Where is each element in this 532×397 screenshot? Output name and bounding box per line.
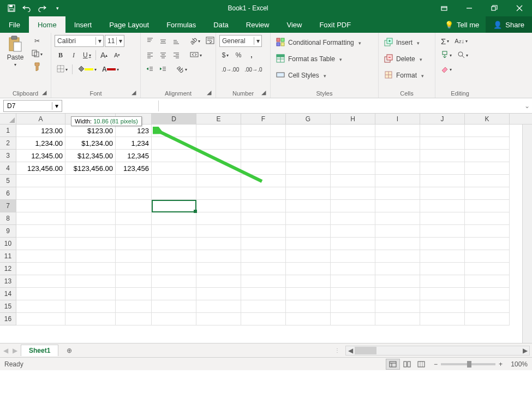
cell-F12[interactable]	[241, 263, 286, 275]
cell-F2[interactable]	[241, 137, 286, 150]
cell-K9[interactable]	[465, 225, 510, 238]
cell-A9[interactable]	[16, 225, 65, 238]
cell-B16[interactable]	[65, 313, 116, 325]
cell-K1[interactable]	[465, 125, 510, 137]
underline-button[interactable]: U▾	[81, 49, 93, 61]
cell-I14[interactable]	[375, 288, 420, 300]
align-top-button[interactable]	[144, 35, 156, 47]
cell-F9[interactable]	[241, 225, 286, 238]
cell-D7[interactable]	[152, 200, 196, 212]
cell-E5[interactable]	[196, 175, 241, 187]
format-as-table-button[interactable]: Format as Table	[274, 52, 363, 66]
cell-H6[interactable]	[331, 187, 375, 200]
column-header-h[interactable]: H	[331, 114, 375, 124]
zoom-slider-thumb[interactable]	[467, 361, 471, 368]
cell-D3[interactable]	[152, 150, 196, 162]
select-all-button[interactable]	[0, 114, 16, 124]
cell-G4[interactable]	[286, 162, 331, 175]
undo-button[interactable]	[20, 2, 34, 14]
font-name-combobox[interactable]: Calibri▾	[55, 35, 104, 47]
maximize-button[interactable]	[482, 0, 507, 16]
dialog-launcher-icon[interactable]: ◢	[41, 89, 47, 96]
cell-K4[interactable]	[465, 162, 510, 175]
cell-I7[interactable]	[375, 200, 420, 212]
scroll-thumb[interactable]	[355, 347, 376, 354]
cell-C12[interactable]	[116, 263, 152, 275]
column-header-g[interactable]: G	[286, 114, 331, 124]
format-painter-button[interactable]	[29, 61, 45, 73]
wrap-text-button[interactable]	[204, 35, 217, 47]
cell-F4[interactable]	[241, 162, 286, 175]
cell-B7[interactable]	[65, 200, 116, 212]
cell-J2[interactable]	[420, 137, 465, 150]
formula-input[interactable]	[161, 102, 522, 110]
cell-I9[interactable]	[375, 225, 420, 238]
redo-button[interactable]	[35, 2, 49, 14]
cell-E6[interactable]	[196, 187, 241, 200]
cell-K12[interactable]	[465, 263, 510, 275]
cell-H10[interactable]	[331, 238, 375, 250]
cell-B13[interactable]	[65, 275, 116, 288]
cell-A6[interactable]	[16, 187, 65, 200]
find-select-button[interactable]: ▾	[455, 49, 470, 61]
cell-K14[interactable]	[465, 288, 510, 300]
tab-data[interactable]: Data	[205, 16, 237, 33]
increase-indent-button[interactable]	[157, 63, 169, 75]
cell-B4[interactable]: $123,456.00	[65, 162, 116, 175]
cells-area[interactable]: 123.00$123.001231,234.00$1,234.001,23412…	[16, 125, 532, 325]
cell-K7[interactable]	[465, 200, 510, 212]
cell-A8[interactable]	[16, 212, 65, 225]
new-sheet-button[interactable]: ⊕	[63, 344, 76, 357]
cell-F13[interactable]	[241, 275, 286, 288]
cell-A4[interactable]: 123,456.00	[16, 162, 65, 175]
cell-G12[interactable]	[286, 263, 331, 275]
cell-C3[interactable]: 12,345	[116, 150, 152, 162]
horizontal-scrollbar[interactable]: ◀ ▶	[345, 346, 530, 355]
cell-B15[interactable]	[65, 300, 116, 313]
sort-filter-button[interactable]: AZ↓▾	[452, 35, 470, 47]
cell-D9[interactable]	[152, 225, 196, 238]
row-header-13[interactable]: 13	[0, 275, 16, 288]
cell-C2[interactable]: 1,234	[116, 137, 152, 150]
normal-view-button[interactable]	[386, 359, 400, 370]
cell-A14[interactable]	[16, 288, 65, 300]
number-format-combobox[interactable]: General▾	[219, 35, 262, 47]
cell-E2[interactable]	[196, 137, 241, 150]
cell-A11[interactable]	[16, 250, 65, 263]
cell-C5[interactable]	[116, 175, 152, 187]
cell-B14[interactable]	[65, 288, 116, 300]
cell-J15[interactable]	[420, 300, 465, 313]
autosum-button[interactable]: Σ▾	[439, 35, 451, 47]
cell-H7[interactable]	[331, 200, 375, 212]
cell-F8[interactable]	[241, 212, 286, 225]
cell-styles-button[interactable]: Cell Styles	[274, 69, 363, 82]
row-header-12[interactable]: 12	[0, 263, 16, 275]
cell-A5[interactable]	[16, 175, 65, 187]
chevron-down-icon[interactable]: ▾	[116, 37, 124, 45]
cell-G10[interactable]	[286, 238, 331, 250]
chevron-down-icon[interactable]: ▾	[52, 102, 61, 110]
cell-A3[interactable]: 12,345.00	[16, 150, 65, 162]
tell-me-button[interactable]: 💡 Tell me	[438, 16, 486, 33]
cell-E13[interactable]	[196, 275, 241, 288]
cell-C9[interactable]	[116, 225, 152, 238]
cell-C13[interactable]	[116, 275, 152, 288]
cell-J1[interactable]	[420, 125, 465, 137]
tab-formulas[interactable]: Formulas	[158, 16, 205, 33]
cell-C10[interactable]	[116, 238, 152, 250]
cell-J3[interactable]	[420, 150, 465, 162]
orientation-alt-button[interactable]: ab▾	[175, 63, 189, 75]
font-color-button[interactable]: A▾	[100, 63, 121, 75]
cell-D6[interactable]	[152, 187, 196, 200]
cell-J9[interactable]	[420, 225, 465, 238]
cell-D8[interactable]	[152, 212, 196, 225]
cell-I6[interactable]	[375, 187, 420, 200]
cell-D15[interactable]	[152, 300, 196, 313]
cell-G1[interactable]	[286, 125, 331, 137]
cell-E7[interactable]	[196, 200, 241, 212]
tab-page-layout[interactable]: Page Layout	[100, 16, 158, 33]
dialog-launcher-icon[interactable]: ◢	[130, 89, 137, 96]
shrink-font-button[interactable]: A▾	[111, 49, 123, 61]
cell-E16[interactable]	[196, 313, 241, 325]
cell-D4[interactable]	[152, 162, 196, 175]
